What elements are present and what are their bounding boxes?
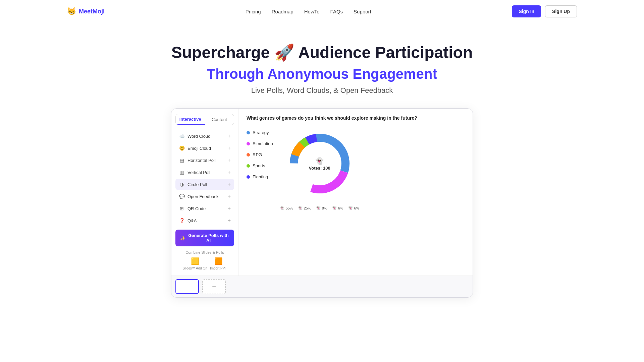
legend-pct-0: 55% [286,206,293,210]
sidebar-item-hpoll[interactable]: ▤ Horizontal Poll + [175,155,234,166]
sidebar-item-qrcode[interactable]: ⊞ QR Code + [175,203,234,214]
hero-title-line1: Supercharge 🚀 Audience Participation [7,43,637,62]
option-label-rpg: RPG [253,152,262,157]
sidebar-item-qrcode-label: QR Code [187,206,206,211]
generate-icon: ✨ [180,236,185,241]
dot-sports [247,164,250,168]
logo[interactable]: 😸 MeetMoji [67,7,105,16]
legend-row: 👻 55% 👻 25% 👻 8% [280,206,360,210]
ppt-icon: 🟧 [214,257,223,265]
emojicloud-add-icon: + [228,145,231,151]
legend-item-2: 👻 8% [316,206,327,210]
add-slide-button[interactable]: + [202,279,226,294]
vpoll-add-icon: + [228,169,231,175]
legend-pct-1: 25% [304,206,311,210]
poll-option-1: Simulation [247,141,273,146]
legend-item-3: 👻 6% [332,206,343,210]
cpoll-icon: ◑ [179,182,185,187]
dot-rpg [247,153,250,157]
slides-icon: 🟨 [191,257,199,265]
dot-strategy [247,131,250,134]
vpoll-icon: ▥ [179,170,185,175]
hero-title-line2: Through Anonymous Engagement [7,66,637,82]
logo-icon: 😸 [67,7,76,16]
emojicloud-icon: 😊 [179,145,185,151]
slide-thumb-active[interactable] [175,279,199,294]
nav-pricing[interactable]: Pricing [246,9,261,14]
legend-pct-2: 8% [322,206,327,210]
legend-item-4: 👻 6% [348,206,360,210]
sidebar-item-wordcloud[interactable]: ☁️ Word Cloud + [175,130,234,142]
demo-bottom-bar: + [171,276,473,297]
donut-center: 👻 Votes: 100 [309,157,330,171]
legend-pct-3: 6% [338,206,343,210]
nav-support[interactable]: Support [354,9,371,14]
donut-votes: Votes: 100 [309,166,330,171]
qrcode-icon: ⊞ [179,206,185,211]
sidebar-item-feedback-label: Open Feedback [187,194,219,199]
sidebar-item-hpoll-label: Horizontal Poll [187,158,216,163]
generate-polls-button[interactable]: ✨ Generate Polls with AI [175,230,234,246]
sidebar-item-cpoll[interactable]: ◑ Circle Poll + [175,179,234,190]
donut-ghost-icon: 👻 [315,157,324,165]
dot-fighting [247,175,250,179]
poll-option-3: Sports [247,163,273,168]
poll-options: Strategy Simulation RPG [247,127,273,179]
qa-add-icon: + [228,218,231,224]
poll-main-content: What genres of games do you think we sho… [238,109,473,276]
addon-importppt[interactable]: 🟧 Import PPT [210,257,227,270]
nav-links: Pricing Roadmap HowTo FAQs Support [246,9,371,14]
sidebar-item-qa-label: Q&A [187,218,197,223]
donut-chart: 👻 Votes: 100 [283,127,357,200]
wordcloud-icon: ☁️ [179,133,185,139]
hero-subtitle: Live Polls, Word Clouds, & Open Feedback [7,86,637,95]
addon-row: 🟨 Slides™ Add On 🟧 Import PPT [175,257,234,270]
feedback-icon: 💬 [179,194,185,199]
cpoll-add-icon: + [228,181,231,187]
poll-option-4: Fighting [247,174,273,179]
nav-faqs[interactable]: FAQs [330,9,343,14]
sidebar-item-qa[interactable]: ❓ Q&A + [175,215,234,226]
poll-option-2: RPG [247,152,273,157]
hpoll-add-icon: + [228,157,231,163]
sidebar-item-wordcloud-label: Word Cloud [187,134,210,139]
sidebar-tabs: Interactive Content [175,114,234,125]
option-label-simulation: Simulation [253,141,273,146]
sidebar-item-emojicloud[interactable]: 😊 Emoji Cloud + [175,142,234,154]
sidebar-item-feedback[interactable]: 💬 Open Feedback + [175,191,234,202]
legend-item-1: 👻 25% [298,206,311,210]
sidebar-item-vpoll[interactable]: ▥ Vertical Poll + [175,167,234,178]
demo-wrapper: Interactive Content ☁️ Word Cloud + [171,108,473,298]
qa-icon: ❓ [179,218,185,223]
wordcloud-add-icon: + [228,133,231,139]
legend-pct-4: 6% [354,206,360,210]
sidebar: Interactive Content ☁️ Word Cloud + [171,109,238,276]
feedback-add-icon: + [228,193,231,199]
dot-simulation [247,142,250,145]
option-label-fighting: Fighting [253,174,268,179]
nav-buttons: Sign In Sign Up [512,5,577,17]
tab-content[interactable]: Content [205,114,234,125]
combine-slides-label: Combine Slides & Polls [175,250,234,254]
poll-layout: Strategy Simulation RPG [247,127,465,210]
logo-text: MeetMoji [79,8,105,15]
sidebar-item-emojicloud-label: Emoji Cloud [187,146,211,151]
signin-button[interactable]: Sign In [512,5,541,17]
qrcode-add-icon: + [228,205,231,212]
sidebar-item-vpoll-label: Vertical Poll [187,170,210,175]
hero-section: Supercharge 🚀 Audience Participation Thr… [0,23,644,108]
option-label-strategy: Strategy [253,130,269,135]
tab-interactive[interactable]: Interactive [176,114,205,125]
poll-option-0: Strategy [247,130,273,135]
signup-button[interactable]: Sign Up [545,5,577,17]
legend-item-0: 👻 55% [280,206,293,210]
addon-slides[interactable]: 🟨 Slides™ Add On [183,257,207,270]
hpoll-icon: ▤ [179,158,185,163]
sidebar-item-cpoll-label: Circle Poll [187,182,207,187]
nav-howto[interactable]: HowTo [304,9,320,14]
nav-roadmap[interactable]: Roadmap [272,9,293,14]
option-label-sports: Sports [253,163,265,168]
poll-question: What genres of games do you think we sho… [247,115,421,121]
